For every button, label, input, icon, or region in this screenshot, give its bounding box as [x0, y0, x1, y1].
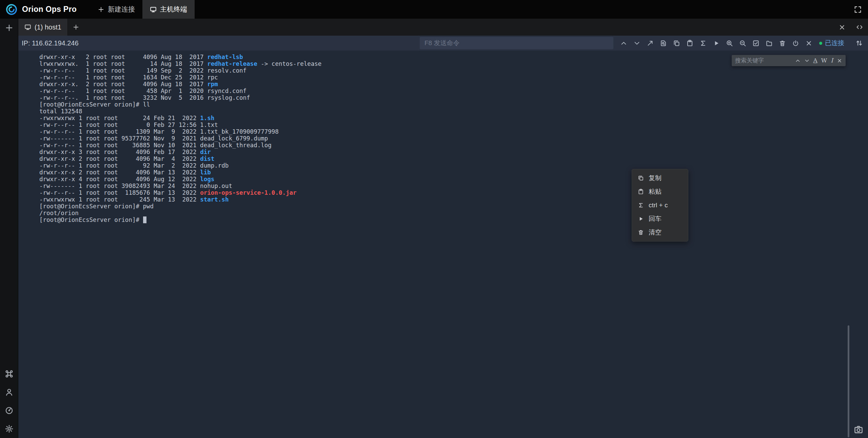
terminal-line: /root/orion [39, 210, 321, 216]
content-area: (1) host1 IP: 116.62.194.246 已连接 [18, 19, 868, 438]
add-connection-icon[interactable] [5, 23, 14, 32]
terminal-line: -rw------- 1 root root 39082493 Mar 24 2… [39, 183, 321, 189]
terminal-line: drwxr-xr-x 3 root root 4096 Feb 17 2022 … [39, 149, 321, 155]
terminal-icon [24, 24, 31, 31]
ip-address: IP: 116.62.194.246 [22, 39, 79, 47]
command-icon[interactable] [5, 369, 14, 378]
terminal-line: [root@OrionEcsServer orion]# ll [39, 101, 321, 108]
terminal-line: drwxr-xr-x 2 root root 4096 Aug 18 2017 … [39, 54, 321, 60]
terminal-line: drwxr-xr-x 2 root root 4096 Mar 4 2022 d… [39, 155, 321, 162]
main-area: (1) host1 IP: 116.62.194.246 已连接 [0, 19, 868, 438]
whole-word-toggle[interactable]: W [821, 58, 827, 63]
terminal-line: [root@OrionEcsServer orion]# [39, 216, 321, 223]
terminal-line: drwxr-xr-x. 2 root root 4096 Aug 18 2017… [39, 81, 321, 88]
close-icon[interactable] [805, 40, 812, 47]
terminal-line: -rw-r--r-- 1 root root 149 Sep 2 2022 re… [39, 67, 321, 74]
fullscreen-icon[interactable] [854, 5, 862, 14]
search-prev-icon[interactable] [795, 58, 801, 63]
context-menu: 复制粘贴ctrl + c回车清空 [632, 169, 688, 242]
chevron-down-icon[interactable] [633, 40, 640, 47]
zoom-in-icon[interactable] [726, 40, 733, 47]
swap-vertical-icon[interactable] [855, 39, 863, 47]
user-icon[interactable] [5, 388, 14, 397]
copy-icon [638, 175, 644, 181]
connection-status: 已连接 [819, 36, 844, 51]
tab-host1[interactable]: (1) host1 [18, 19, 68, 36]
terminal-line: -rw-r--r-- 1 root root 458 Apr 1 2020 rs… [39, 88, 321, 94]
terminal-line: lrwxrwxrwx. 1 root root 14 Aug 18 2017 r… [39, 60, 321, 67]
folder-icon[interactable] [766, 40, 773, 47]
play-icon[interactable] [713, 40, 720, 47]
settings-icon[interactable] [5, 424, 14, 433]
context-menu-label: 回车 [649, 214, 662, 223]
terminal-line: -rwxrwxrwx 1 root root 24 Feb 21 2022 1.… [39, 115, 321, 121]
search-close-icon[interactable] [837, 58, 842, 63]
command-input[interactable] [420, 37, 613, 49]
expand-icon[interactable] [647, 40, 654, 47]
app-window: Orion Ops Pro 新建连接 主机终端 ( [0, 0, 868, 438]
screenshot-icon[interactable] [854, 425, 863, 434]
context-menu-item-paste[interactable]: 粘贴 [632, 185, 688, 198]
add-tab-icon[interactable] [73, 24, 79, 31]
context-menu-item-trash[interactable]: 清空 [632, 226, 688, 239]
trash-icon[interactable] [779, 40, 786, 47]
search-next-icon[interactable] [804, 58, 810, 63]
tab-host1-label: (1) host1 [35, 23, 61, 31]
new-connection-button[interactable]: 新建连接 [90, 0, 142, 19]
status-dot [819, 42, 822, 45]
file-search-icon[interactable] [660, 40, 667, 47]
host-terminal-label: 主机终端 [160, 5, 187, 14]
tabrow-spacer [79, 19, 839, 36]
power-icon[interactable] [792, 40, 799, 47]
context-menu-label: 粘贴 [649, 187, 662, 196]
top-bar: Orion Ops Pro 新建连接 主机终端 [0, 0, 868, 19]
context-menu-label: 清空 [649, 228, 662, 237]
context-menu-item-sigma[interactable]: ctrl + c [632, 198, 688, 212]
host-terminal-nav-tab[interactable]: 主机终端 [142, 0, 195, 19]
status-label: 已连接 [825, 39, 844, 47]
close-terminal-icon[interactable] [839, 24, 846, 31]
sigma-icon[interactable] [699, 40, 707, 47]
terminal-line: -rwxrwxrwx 1 root root 245 Mar 13 2022 s… [39, 196, 321, 203]
terminal-output[interactable]: drwxr-xr-x 2 root root 4096 Aug 18 2017 … [39, 54, 321, 223]
dashboard-icon[interactable] [5, 406, 14, 415]
copy-icon[interactable] [673, 40, 680, 47]
sidebar-bottom-icons [5, 369, 14, 433]
paste-icon[interactable] [686, 40, 693, 47]
terminal-line: [root@OrionEcsServer orion]# pwd [39, 203, 321, 210]
terminal-line: -rw-r--r--. 1 root root 3232 Nov 5 2016 … [39, 94, 321, 101]
paste-icon [638, 189, 644, 195]
terminal-pane: drwxr-xr-x 2 root root 4096 Aug 18 2017 … [18, 51, 868, 438]
code-panel-icon[interactable] [856, 23, 863, 31]
terminal-line: -rw------- 1 root root 95377762 Nov 9 20… [39, 135, 321, 142]
sigma-icon [638, 202, 644, 208]
terminal-line: drwxr-xr-x 4 root root 4096 Aug 12 2022 … [39, 176, 321, 183]
app-title: Orion Ops Pro [22, 5, 77, 14]
plus-icon [98, 6, 104, 13]
match-case-toggle[interactable]: A [813, 58, 817, 63]
search-toggles: AWI [813, 58, 833, 63]
terminal-line: -rw-r--r-- 1 root root 0 Feb 27 12:56 1.… [39, 121, 321, 128]
context-menu-item-copy[interactable]: 复制 [632, 171, 688, 185]
context-menu-label: ctrl + c [649, 202, 668, 209]
terminal-tab-bar: (1) host1 [18, 19, 868, 36]
terminal-line: -rw-r--r-- 1 root root 1634 Dec 25 2012 … [39, 74, 321, 81]
play-icon [638, 216, 644, 222]
context-menu-label: 复制 [649, 174, 662, 183]
terminal-line: -rw-r--r-- 1 root root 36885 Nov 10 2021… [39, 142, 321, 149]
terminal-toolbar-row: IP: 116.62.194.246 已连接 [18, 36, 868, 51]
regex-toggle[interactable]: I [831, 58, 833, 63]
terminal-scrollbar[interactable] [848, 325, 849, 437]
context-menu-item-play[interactable]: 回车 [632, 212, 688, 226]
search-input[interactable] [735, 57, 791, 64]
terminal-search: AWI [732, 55, 846, 66]
chevron-up-icon[interactable] [620, 40, 627, 47]
terminal-line: -rw-r--r-- 1 root root 92 Mar 2 2022 dum… [39, 162, 321, 169]
top-nav: 新建连接 主机终端 [90, 0, 195, 19]
check-square-icon[interactable] [752, 40, 760, 47]
app-logo-icon [5, 3, 18, 16]
terminal-toolbar [620, 36, 812, 51]
zoom-out-icon[interactable] [739, 40, 746, 47]
terminal-line: -rw-r--r-- 1 root root 1309 Mar 9 2022 1… [39, 128, 321, 135]
left-sidebar [0, 19, 18, 438]
